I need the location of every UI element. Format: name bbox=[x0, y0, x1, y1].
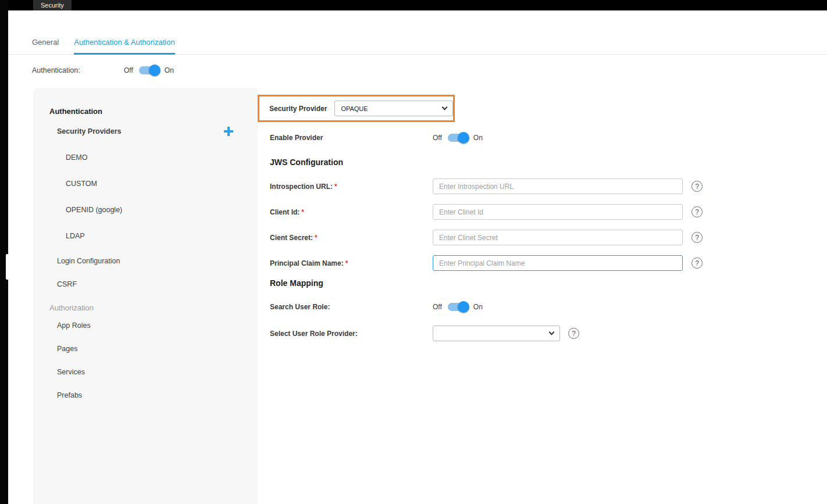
security-provider-label: Security Provider bbox=[269, 105, 327, 113]
provider-config-content: Security Provider OPAQUE Enable Provider… bbox=[258, 88, 827, 504]
search-user-role-label: Search User Role: bbox=[270, 303, 433, 311]
client-id-help-icon[interactable]: ? bbox=[691, 206, 703, 217]
search-user-role-toggle[interactable] bbox=[448, 303, 468, 311]
top-bar: Security bbox=[0, 0, 827, 10]
left-edge-strip bbox=[0, 0, 8, 504]
sidebar-item-pages[interactable]: Pages bbox=[57, 343, 258, 355]
sidebar-item-openid-google[interactable]: OPENID (google) bbox=[66, 204, 258, 216]
user-role-provider-select[interactable] bbox=[433, 326, 560, 341]
principal-claim-name-label: Principal Claim Name:* bbox=[270, 259, 433, 267]
sidebar-header-authorization: Authorization bbox=[49, 302, 258, 314]
required-asterisk: * bbox=[315, 234, 318, 242]
security-top-tab-label: Security bbox=[41, 2, 64, 9]
authentication-toggle[interactable] bbox=[139, 66, 159, 74]
jws-configuration-heading: JWS Configuration bbox=[270, 158, 827, 167]
security-top-tab[interactable]: Security bbox=[33, 0, 72, 10]
sidebar-item-services[interactable]: Services bbox=[57, 366, 258, 378]
on-label: On bbox=[473, 134, 483, 142]
authentication-toggle-row: Authentication: Off On bbox=[32, 65, 827, 76]
enable-provider-label: Enable Provider bbox=[270, 134, 433, 142]
toggle-knob bbox=[149, 65, 161, 76]
settings-tabs: General Authentication & Authorization bbox=[8, 38, 827, 55]
security-sidebar: Authentication Security Providers DEMO C… bbox=[33, 88, 258, 504]
principal-claim-name-input[interactable] bbox=[433, 255, 683, 271]
search-user-role-toggle-group: Off On bbox=[433, 303, 483, 311]
sidebar-item-app-roles[interactable]: App Roles bbox=[57, 320, 258, 331]
off-label: Off bbox=[124, 66, 133, 74]
sidebar-item-ldap[interactable]: LDAP bbox=[66, 230, 258, 242]
role-mapping-heading: Role Mapping bbox=[270, 278, 827, 288]
off-label: Off bbox=[433, 303, 442, 311]
principal-claim-name-help-icon[interactable]: ? bbox=[691, 258, 703, 269]
required-asterisk: * bbox=[301, 208, 304, 216]
introspection-url-label: Introspection URL:* bbox=[270, 183, 433, 191]
sidebar-header-authentication: Authentication bbox=[49, 105, 258, 118]
sidebar-item-demo[interactable]: DEMO bbox=[66, 152, 258, 163]
sidebar-item-csrf[interactable]: CSRF bbox=[57, 278, 258, 290]
introspection-url-input[interactable] bbox=[433, 178, 683, 194]
toggle-knob bbox=[458, 301, 469, 313]
chevron-down-icon bbox=[442, 105, 448, 110]
add-provider-icon[interactable] bbox=[224, 127, 233, 136]
sidebar-item-login-configuration[interactable]: Login Configuration bbox=[57, 255, 258, 267]
on-label: On bbox=[165, 66, 174, 74]
security-provider-highlight-callout: Security Provider OPAQUE bbox=[258, 95, 455, 122]
client-id-input[interactable] bbox=[433, 204, 683, 220]
required-asterisk: * bbox=[345, 259, 348, 267]
search-user-role-row: Search User Role: Off On bbox=[270, 300, 827, 314]
client-secret-row: Cient Secret:* ? bbox=[270, 230, 827, 245]
client-id-row: Client Id:* ? bbox=[270, 204, 827, 220]
enable-provider-row: Enable Provider Off On bbox=[270, 131, 827, 145]
sidebar-item-custom[interactable]: CUSTOM bbox=[66, 178, 258, 190]
on-label: On bbox=[473, 303, 483, 311]
sidebar-item-prefabs[interactable]: Prefabs bbox=[57, 389, 258, 401]
user-role-provider-help-icon[interactable]: ? bbox=[568, 328, 579, 339]
required-asterisk: * bbox=[334, 183, 337, 191]
security-provider-selected-value: OPAQUE bbox=[341, 105, 368, 112]
toggle-knob bbox=[458, 132, 469, 144]
enable-provider-toggle[interactable] bbox=[448, 134, 468, 142]
off-label: Off bbox=[433, 134, 442, 142]
select-user-role-provider-row: Select User Role Provider: ? bbox=[270, 326, 827, 341]
sidebar-item-security-providers[interactable]: Security Providers bbox=[57, 126, 233, 137]
select-user-role-provider-label: Select User Role Provider: bbox=[270, 330, 433, 338]
left-panel-handle[interactable] bbox=[6, 254, 8, 280]
security-providers-label: Security Providers bbox=[57, 126, 121, 137]
client-secret-input[interactable] bbox=[433, 230, 683, 245]
chevron-down-icon bbox=[549, 330, 555, 335]
introspection-url-row: Introspection URL:* ? bbox=[270, 178, 827, 194]
introspection-url-help-icon[interactable]: ? bbox=[691, 181, 703, 192]
client-id-label: Client Id:* bbox=[270, 208, 433, 216]
tab-general[interactable]: General bbox=[32, 38, 59, 54]
tab-authentication-authorization[interactable]: Authentication & Authorization bbox=[74, 38, 174, 54]
enable-provider-toggle-group: Off On bbox=[433, 134, 483, 142]
client-secret-help-icon[interactable]: ? bbox=[691, 232, 703, 243]
principal-claim-name-row: Principal Claim Name:* ? bbox=[270, 255, 827, 271]
security-settings-page: General Authentication & Authorization A… bbox=[8, 10, 827, 504]
security-provider-select[interactable]: OPAQUE bbox=[334, 101, 453, 116]
authentication-label: Authentication: bbox=[32, 66, 124, 74]
authentication-toggle-group: Off On bbox=[124, 66, 174, 74]
security-panel: Authentication Security Providers DEMO C… bbox=[33, 88, 827, 504]
client-secret-label: Cient Secret:* bbox=[270, 234, 433, 242]
